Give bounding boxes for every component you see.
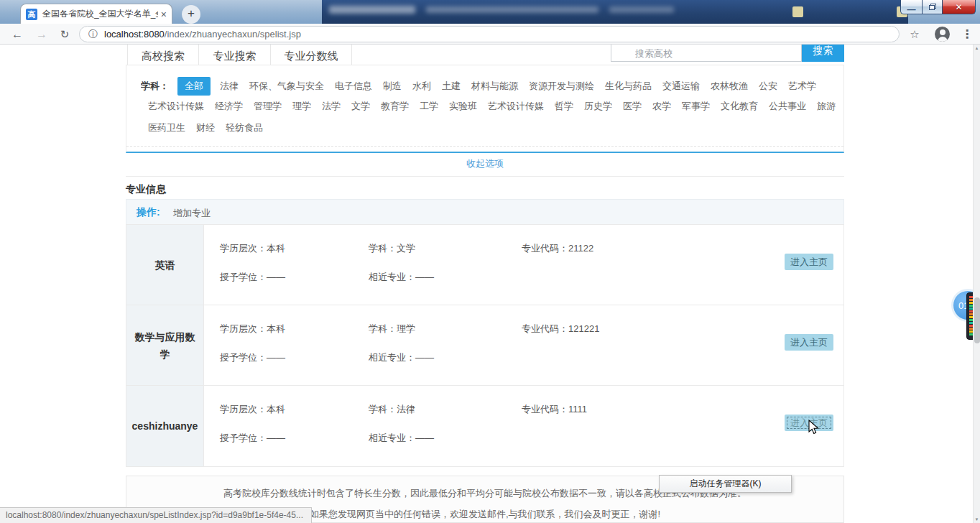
filter-chip[interactable]: 土建 <box>442 80 461 93</box>
field-label: 学历层次： <box>220 404 267 415</box>
filter-chip[interactable]: 交通运输 <box>662 80 700 93</box>
filter-chip[interactable]: 法学 <box>322 100 341 113</box>
filter-chip[interactable]: 农学 <box>652 100 671 113</box>
major-row-math: 数学与应用数学 学历层次：本科 学科：理学 专业代码：121221 授予学位：—… <box>126 305 843 386</box>
filter-chip[interactable]: 经济学 <box>215 100 243 113</box>
tab-major-scoreline[interactable]: 专业分数线 <box>271 45 352 65</box>
scroll-up-icon[interactable]: ▲ <box>974 46 980 50</box>
mouse-cursor <box>808 420 822 435</box>
filter-chip[interactable]: 工学 <box>420 100 438 113</box>
filter-chip[interactable]: 全部 <box>177 77 211 96</box>
field-value: 21122 <box>568 243 593 254</box>
filter-chip[interactable]: 医学 <box>623 100 642 113</box>
filter-row-1: 学科：全部法律环保、气象与安全电子信息制造水利土建材料与能源资源开发与测绘生化与… <box>141 77 836 96</box>
blurred-text <box>329 6 415 14</box>
address-bar[interactable]: ⓘ localhost:8080/index/zhuanyechaxun/spe… <box>79 26 900 42</box>
field-value: —— <box>267 352 285 363</box>
collapse-options-link[interactable]: 收起选项 <box>126 157 844 170</box>
tab-major-search[interactable]: 专业搜索 <box>199 45 271 65</box>
filter-chip[interactable]: 哲学 <box>555 100 573 113</box>
blurred-background-window <box>322 0 908 24</box>
field-value: —— <box>415 352 434 363</box>
major-name: 英语 <box>126 225 204 305</box>
field-label: 相近专业： <box>369 272 415 282</box>
refresh-button[interactable]: ↻ <box>56 26 73 43</box>
url-path: /index/zhuanyechaxun/spelist.jsp <box>165 29 301 40</box>
filter-chip[interactable]: 艺术设计传媒 <box>148 100 204 113</box>
field-label: 学科： <box>369 323 397 334</box>
filter-chip[interactable]: 制造 <box>383 80 402 93</box>
close-button[interactable]: ✕ <box>943 0 976 14</box>
filter-chip[interactable]: 生化与药品 <box>605 80 652 93</box>
task-manager-menu-item[interactable]: 启动任务管理器(K) <box>659 475 792 493</box>
filter-chip[interactable]: 资源开发与测绘 <box>529 80 594 93</box>
screen: 高 全国各省院校_全国大学名单_全国 × + — ✕ ← → ↻ ⓘ local… <box>0 0 980 523</box>
field-value: 本科 <box>267 404 285 415</box>
filter-chip[interactable]: 环保、气象与安全 <box>249 80 324 93</box>
browser-tab[interactable]: 高 全国各省院校_全国大学名单_全国 × <box>20 4 172 24</box>
field-label: 授予学位： <box>220 272 267 282</box>
scrollbar[interactable]: ▲ ▼ <box>973 45 980 523</box>
filter-chip[interactable]: 旅游 <box>817 100 836 113</box>
browser-toolbar: ← → ↻ ⓘ localhost:8080/index/zhuanyechax… <box>0 24 980 45</box>
page-info-icon[interactable]: ⓘ <box>88 28 98 41</box>
filter-chip[interactable]: 文学 <box>351 100 370 113</box>
filter-chip[interactable]: 历史学 <box>584 100 612 113</box>
url-host: localhost:8080 <box>104 29 165 40</box>
filter-chip[interactable]: 水利 <box>412 80 431 93</box>
filter-chip[interactable]: 管理学 <box>254 100 282 113</box>
field-label: 专业代码： <box>522 243 568 254</box>
major-name: ceshizhuanye <box>126 386 204 466</box>
field-value: 文学 <box>397 243 415 254</box>
filter-chip[interactable]: 理学 <box>292 100 311 113</box>
enter-homepage-button[interactable]: 进入主页 <box>785 334 833 351</box>
close-icon: ✕ <box>955 2 962 12</box>
background-icon <box>792 6 803 17</box>
field-value: 法律 <box>397 404 415 415</box>
filter-chip[interactable]: 农林牧渔 <box>711 80 748 93</box>
profile-icon[interactable] <box>935 27 950 42</box>
filter-chip[interactable]: 电子信息 <box>335 80 372 93</box>
filter-chip[interactable]: 艺术学 <box>788 80 816 93</box>
filter-chip[interactable]: 轻纺食品 <box>226 121 263 134</box>
subject-filter-panel: 学科：全部法律环保、气象与安全电子信息制造水利土建材料与能源资源开发与测绘生化与… <box>126 65 844 153</box>
filter-chip[interactable]: 艺术设计传媒 <box>488 100 544 113</box>
scrollbar-thumb[interactable] <box>974 297 980 343</box>
status-bar-link: localhost:8080/index/zhuanyechaxun/speLi… <box>0 507 312 523</box>
operations-label: 操作: <box>137 206 160 219</box>
back-button[interactable]: ← <box>9 26 26 43</box>
field-value: 本科 <box>267 323 285 334</box>
filter-chip[interactable]: 医药卫生 <box>148 121 185 134</box>
scroll-down-icon[interactable]: ▼ <box>974 517 980 522</box>
tab-close-icon[interactable]: × <box>161 9 167 19</box>
bookmark-icon[interactable]: ☆ <box>906 26 923 43</box>
minimize-button[interactable]: — <box>900 0 922 14</box>
major-row-english: 英语 学历层次：本科 学科：文学 专业代码：21122 授予学位：—— 相近专业… <box>126 225 843 305</box>
add-major-link[interactable]: 增加专业 <box>173 207 211 220</box>
field-label: 学科： <box>369 243 397 254</box>
forward-button[interactable]: → <box>33 26 50 43</box>
search-button[interactable]: 搜索 <box>802 45 844 62</box>
divider <box>126 176 844 177</box>
filter-chip[interactable]: 军事学 <box>682 100 710 113</box>
filter-chip[interactable]: 文化教育 <box>721 100 758 113</box>
restore-button[interactable] <box>922 0 943 14</box>
filter-chip[interactable]: 教育学 <box>381 100 409 113</box>
filter-label: 学科： <box>141 80 169 91</box>
operations-bar: 操作: 增加专业 <box>126 199 844 225</box>
filter-chip[interactable]: 法律 <box>220 80 239 93</box>
tab-college-search[interactable]: 高校搜索 <box>127 45 199 65</box>
menu-icon[interactable]: ⋮ <box>958 26 976 43</box>
filter-chip[interactable]: 财经 <box>196 121 215 134</box>
search-input[interactable] <box>611 45 802 62</box>
new-tab-button[interactable]: + <box>182 5 200 24</box>
filter-chip[interactable]: 公共事业 <box>769 100 806 113</box>
field-label: 相近专业： <box>369 352 415 363</box>
recorder-volume-indicator <box>966 292 973 340</box>
blurred-text <box>426 6 598 13</box>
enter-homepage-button[interactable]: 进入主页 <box>785 254 833 270</box>
profile-body-shape <box>938 37 948 42</box>
filter-chip[interactable]: 材料与能源 <box>471 80 518 93</box>
filter-chip[interactable]: 实验班 <box>449 100 477 113</box>
filter-chip[interactable]: 公安 <box>759 80 777 93</box>
